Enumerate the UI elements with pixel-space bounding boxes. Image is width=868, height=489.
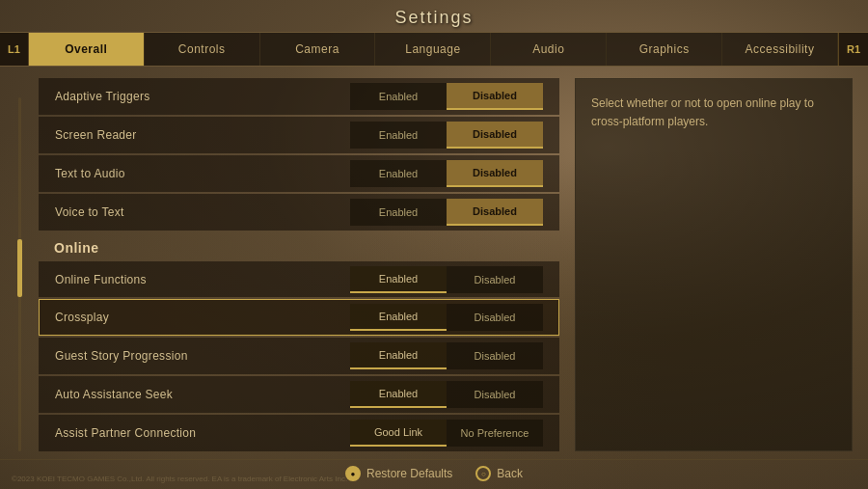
toggle-enabled-online[interactable]: Enabled [350,266,447,293]
setting-label-guest-story: Guest Story Progression [55,349,350,363]
scroll-thumb [17,239,22,297]
restore-defaults-button[interactable]: ● Restore Defaults [345,466,452,481]
toggle-enabled-voice-text[interactable]: Enabled [350,199,447,226]
tab-controls[interactable]: Controls [145,33,260,66]
setting-label-auto-assistance: Auto Assistance Seek [55,388,350,401]
toggle-guest-story: Enabled Disabled [350,342,543,369]
toggle-disabled-online[interactable]: Disabled [447,266,543,293]
tab-audio[interactable]: Audio [491,33,607,66]
info-panel: Select whether or not to open online pla… [575,78,853,451]
setting-label-crossplay: Crossplay [55,311,350,324]
setting-label-assist-partner: Assist Partner Connection [55,426,350,440]
tab-graphics[interactable]: Graphics [607,33,722,66]
tab-language[interactable]: Language [375,33,491,66]
table-row: Crossplay Enabled Disabled [39,299,559,336]
scroll-bar [18,97,21,451]
toggle-disabled-screen-reader[interactable]: Disabled [447,122,543,149]
toggle-good-link[interactable]: Good Link [350,420,447,447]
page-title: Settings [0,8,868,28]
toggle-no-preference[interactable]: No Preference [447,420,543,447]
toggle-disabled-voice-text[interactable]: Disabled [447,199,543,226]
settings-panel: Adaptive Triggers Enabled Disabled Scree… [39,78,559,451]
toggle-disabled-guest[interactable]: Disabled [447,342,543,369]
tab-r1-trigger[interactable]: R1 [838,33,868,66]
setting-label-screen-reader: Screen Reader [55,128,350,142]
setting-label-text-to-audio: Text to Audio [55,167,350,180]
toggle-disabled-auto[interactable]: Disabled [447,381,543,408]
toggle-text-to-audio: Enabled Disabled [350,160,543,187]
toggle-disabled-text-audio[interactable]: Disabled [447,160,543,187]
table-row: Screen Reader Enabled Disabled [39,117,559,153]
setting-label-adaptive-triggers: Adaptive Triggers [55,90,350,103]
setting-label-voice-to-text: Voice to Text [55,205,350,219]
back-button[interactable]: ○ Back [475,466,523,481]
tab-bar: L1 Overall Controls Camera Language Audi… [0,32,868,67]
bottom-bar: ● Restore Defaults ○ Back [0,459,868,489]
toggle-auto-assistance: Enabled Disabled [350,381,543,408]
tab-camera[interactable]: Camera [260,33,376,66]
table-row: Voice to Text Enabled Disabled [39,194,559,231]
toggle-screen-reader: Enabled Disabled [350,122,543,149]
info-text: Select whether or not to open online pla… [591,95,836,131]
table-row: Adaptive Triggers Enabled Disabled [39,78,559,115]
table-row: Guest Story Progression Enabled Disabled [39,338,559,374]
toggle-online-functions: Enabled Disabled [350,266,543,293]
setting-label-online-functions: Online Functions [55,273,350,286]
toggle-enabled-adaptive[interactable]: Enabled [350,83,447,110]
main-layout: Adaptive Triggers Enabled Disabled Scree… [0,67,868,459]
tab-overall[interactable]: Overall [29,33,145,66]
toggle-disabled-crossplay[interactable]: Disabled [447,304,543,331]
restore-label: Restore Defaults [366,467,452,480]
title-bar: Settings [0,0,868,32]
toggle-disabled-adaptive[interactable]: Disabled [447,83,543,110]
toggle-enabled-guest[interactable]: Enabled [350,342,447,369]
toggle-enabled-crossplay[interactable]: Enabled [350,304,447,331]
restore-icon: ● [345,466,361,481]
toggle-voice-to-text: Enabled Disabled [350,199,543,226]
tabs-container: Overall Controls Camera Language Audio G… [29,33,838,66]
table-row: Auto Assistance Seek Enabled Disabled [39,376,559,413]
online-section-header: Online [39,232,559,259]
table-row: Online Functions Enabled Disabled [39,261,559,298]
toggle-assist-partner: Good Link No Preference [350,420,543,447]
toggle-adaptive-triggers: Enabled Disabled [350,83,543,110]
toggle-crossplay: Enabled Disabled [350,304,543,331]
toggle-enabled-screen-reader[interactable]: Enabled [350,122,447,149]
back-label: Back [497,467,523,480]
table-row: Text to Audio Enabled Disabled [39,155,559,192]
table-row: Assist Partner Connection Good Link No P… [39,415,559,451]
toggle-enabled-auto[interactable]: Enabled [350,381,447,408]
back-icon: ○ [475,466,491,481]
tab-l1-trigger[interactable]: L1 [0,33,29,66]
toggle-enabled-text-audio[interactable]: Enabled [350,160,447,187]
tab-accessibility[interactable]: Accessibility [722,33,838,66]
scroll-indicator [15,78,23,451]
